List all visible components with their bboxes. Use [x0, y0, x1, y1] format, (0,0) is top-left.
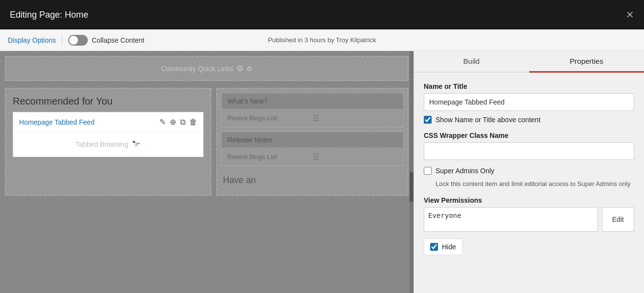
tabbed-feed-name-plain: Homepage: [19, 118, 53, 126]
sub-header: Display Options Collapse Content Publish…: [0, 29, 644, 51]
whats-new-title: What's New?: [222, 93, 404, 109]
recent-blogs-item-2: Recent Blogs List ☰: [222, 148, 404, 166]
published-status: Published in 3 hours by Troy Kilpatrick: [268, 36, 376, 44]
scroll-thumb[interactable]: [410, 172, 413, 202]
tabbed-feed-name-highlight: Tabbed Feed: [54, 118, 95, 126]
list-icon-1: ☰: [312, 113, 397, 123]
release-notes-section: Release Notes Recent Blogs List ☰: [221, 132, 404, 166]
collapse-content-toggle[interactable]: [68, 35, 88, 46]
name-or-title-input[interactable]: [424, 93, 634, 111]
show-name-label: Show Name or Title above content: [436, 116, 541, 124]
css-wrapper-input[interactable]: [424, 142, 634, 160]
super-admins-label: Super Admins Only: [436, 167, 494, 175]
main-content: Community Quick Links ⚙ ⚙ Recommended fo…: [0, 51, 644, 293]
recent-blogs-item-1: Recent Blogs List ☰: [222, 109, 404, 127]
collapse-content-label: Collapse Content: [92, 36, 144, 44]
tabbed-feed-widget: Homepage Tabbed Feed ✎ ⊕ ⧉ 🗑 Tabbed Brow…: [13, 112, 204, 157]
two-col-row: Recommended for You Homepage Tabbed Feed…: [5, 88, 409, 196]
list-icon-2: ☰: [312, 152, 397, 161]
left-panel: Community Quick Links ⚙ ⚙ Recommended fo…: [0, 51, 413, 293]
collapse-content-toggle-container: Collapse Content: [68, 35, 144, 46]
whats-new-section: What's New? Recent Blogs List ☰: [221, 93, 404, 128]
have-an-text: Have an: [217, 170, 408, 190]
settings-icon: ⚙: [246, 65, 253, 73]
show-name-checkbox[interactable]: [424, 116, 432, 124]
quick-links-label: Community Quick Links ⚙ ⚙: [13, 64, 401, 73]
widget-icons: ✎ ⊕ ⧉ 🗑: [159, 117, 197, 127]
edit-widget-icon[interactable]: ✎: [159, 117, 166, 127]
recent-blogs-text-2: Recent Blogs List: [228, 153, 312, 160]
display-options-link[interactable]: Display Options: [8, 36, 56, 44]
super-admins-checkbox-row: Super Admins Only: [424, 167, 634, 175]
page-title: Editing Page: Home: [10, 10, 88, 20]
edit-permissions-button[interactable]: Edit: [602, 207, 634, 232]
close-icon[interactable]: ✕: [626, 9, 634, 21]
tab-properties[interactable]: Properties: [529, 51, 644, 73]
super-admins-checkbox[interactable]: [424, 167, 432, 175]
hide-checkbox[interactable]: [430, 243, 438, 251]
right-panel: Build Properties Name or Title Show Name…: [413, 51, 644, 293]
tabs-row: Build Properties: [414, 51, 644, 73]
name-or-title-label: Name or Title: [424, 82, 634, 90]
tabbed-feed-body: Tabbed Browsing 🔭: [13, 132, 203, 157]
copy-widget-icon[interactable]: ⧉: [180, 118, 185, 127]
show-name-checkbox-row: Show Name or Title above content: [424, 116, 634, 124]
release-notes-title: Release Notes: [222, 132, 404, 148]
add-widget-icon[interactable]: ⊕: [170, 117, 176, 127]
tabbed-feed-name: Homepage Tabbed Feed: [19, 118, 155, 126]
view-permissions-row: Everyone Edit: [424, 207, 634, 232]
css-wrapper-label: CSS Wrapper Class Name: [424, 132, 634, 139]
recommended-title: Recommended for You: [13, 96, 204, 107]
recent-blogs-text-1: Recent Blogs List: [228, 114, 312, 122]
recommended-block: Recommended for You Homepage Tabbed Feed…: [5, 88, 211, 196]
view-permissions-label: View Permissions: [424, 196, 634, 204]
hide-row: Hide: [424, 239, 463, 255]
quick-links-block: Community Quick Links ⚙ ⚙: [5, 56, 409, 81]
right-preview: What's New? Recent Blogs List ☰ Release …: [216, 88, 409, 196]
scroll-bar[interactable]: [410, 51, 413, 293]
hide-label: Hide: [442, 243, 456, 251]
view-permissions-textarea[interactable]: Everyone: [424, 207, 598, 232]
properties-body: Name or Title Show Name or Title above c…: [414, 73, 644, 293]
top-bar: Editing Page: Home ✕: [0, 0, 644, 29]
delete-widget-icon[interactable]: 🗑: [189, 118, 197, 127]
tabbed-browsing-label: Tabbed Browsing: [76, 140, 128, 148]
binoculars-icon: 🔭: [132, 140, 140, 148]
quick-links-text: Community Quick Links: [161, 65, 233, 73]
tabbed-feed-header: Homepage Tabbed Feed ✎ ⊕ ⧉ 🗑: [13, 112, 203, 132]
super-admins-desc: Lock this content item and limit editori…: [436, 180, 634, 188]
tab-build[interactable]: Build: [414, 51, 529, 72]
gear-icon: ⚙: [236, 64, 243, 73]
vertical-divider: [62, 35, 62, 45]
